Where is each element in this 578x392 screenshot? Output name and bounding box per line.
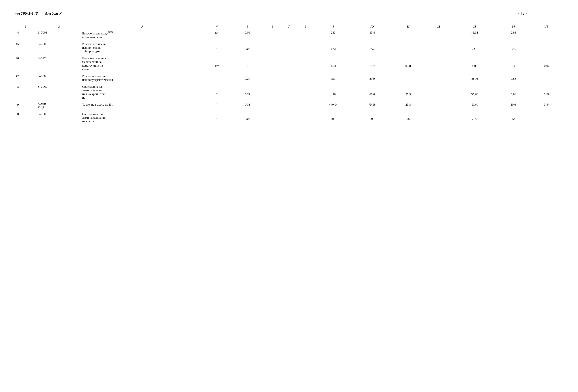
row-col7 (281, 30, 297, 40)
row-col13: I8,64 (453, 30, 497, 40)
row-col15: – (530, 40, 563, 54)
table-row: 45. 8–7006 Розетка штепсель-ная при откр… (15, 40, 563, 54)
row-unit: шт (203, 30, 231, 40)
table-row: 49. 8–7OI7K=I,I То же, на высоте до I5м … (15, 100, 563, 110)
col-header-13: I3 (453, 23, 497, 30)
table-row: 44. 8–7003 Выключатель полу-IOOгерметиче… (15, 30, 563, 40)
row-col5: 0,I4 (231, 100, 264, 110)
row-code: 8–7003 (37, 30, 81, 40)
row-col14: 0,49 (497, 40, 530, 54)
row-col10: 75,68 (353, 100, 392, 110)
row-col13: 7,72 (453, 110, 497, 125)
album-label: Альбом У (45, 11, 62, 16)
row-col6 (264, 40, 281, 54)
row-col8 (297, 100, 314, 110)
row-col8 (297, 72, 314, 82)
row-desc: Выключатель полу-IOOгерметический (81, 30, 203, 40)
main-table: I 2 3 4 5 6 7 8 9 IO II I2 I3 I4 I5 44. … (15, 23, 563, 125)
row-code: 8–700 (37, 72, 81, 82)
row-col6 (264, 100, 281, 110)
row-col7 (281, 110, 297, 125)
row-col6 (264, 30, 281, 40)
row-desc: Светильник дляламп накаливанияна крюке (81, 110, 203, 125)
row-col9: I59 (314, 72, 353, 82)
row-unit: " (203, 110, 231, 125)
row-col8 (297, 110, 314, 125)
row-col11: – (392, 30, 425, 40)
row-col11: 25 (392, 110, 425, 125)
row-col11: 25,3 (392, 100, 425, 110)
row-col9: I93 (314, 110, 353, 125)
row-col9: 440,04 (314, 100, 353, 110)
row-num: 48. (15, 82, 37, 100)
row-code: 8–7OI7 (37, 82, 81, 100)
row-col5: 0,04 (231, 110, 264, 125)
row-code: 8–597I (37, 54, 81, 72)
col-header-8: 8 (297, 23, 314, 30)
row-desc: Розетка штепсель-ная при откры-той прово… (81, 40, 203, 54)
row-col12 (425, 40, 453, 54)
col-header-3: 3 (81, 23, 203, 30)
row-col15: 3,54 (530, 100, 563, 110)
table-row: 47. 8–700 Розеткаштепсель-ная полугермет… (15, 72, 563, 82)
row-col9: 233 (314, 30, 353, 40)
row-code: 8–7OI7K=I,I (37, 100, 81, 110)
row-desc: То же, на высоте до I5м (81, 100, 203, 110)
col-header-15: I5 (530, 23, 563, 30)
row-col10: 68,8 (353, 82, 392, 100)
row-col11: 0,OI (392, 54, 425, 72)
row-col11: – (392, 40, 425, 54)
table-row: 46. 8–597I Выключатель гер-метический на… (15, 54, 563, 72)
col-header-4: 4 (203, 23, 231, 30)
page-header: тп 705-1-148 Альбом У - 73 - (15, 11, 563, 16)
row-col15: 0,02 (530, 54, 563, 72)
row-num: 46. (15, 54, 37, 72)
row-col8 (297, 82, 314, 100)
row-col7 (281, 54, 297, 72)
row-col15: – (530, 30, 563, 40)
row-col6 (264, 72, 281, 82)
page-number: - 73 - (518, 11, 527, 16)
row-num: 44. (15, 30, 37, 40)
row-col9: 428 (314, 82, 353, 100)
row-col5: 2 (231, 54, 264, 72)
row-unit: шт (203, 54, 231, 72)
row-col8 (297, 40, 314, 54)
row-col13: 38,I6 (453, 72, 497, 82)
row-col13: 55,64 (453, 82, 497, 100)
col-header-5: 5 (231, 23, 264, 30)
row-col14: I0,6 (497, 100, 530, 110)
row-desc: Выключатель гер-метический наконструкции… (81, 54, 203, 72)
row-col12 (425, 110, 453, 125)
row-col12 (425, 30, 453, 40)
row-col15: I (530, 110, 563, 125)
col-header-10: IO (353, 23, 392, 30)
row-col11: – (392, 72, 425, 82)
row-col5: 0,08 (231, 30, 264, 40)
row-unit: " (203, 72, 231, 82)
row-col14: 2,83 (497, 30, 530, 40)
row-col8 (297, 30, 314, 40)
table-row: 50. 8–7OI5 Светильник дляламп накаливани… (15, 110, 563, 125)
row-code: 8–7006 (37, 40, 81, 54)
row-col6 (264, 54, 281, 72)
row-col7 (281, 100, 297, 110)
row-col6 (264, 82, 281, 100)
row-num: 47. (15, 72, 37, 82)
col-header-7: 7 (281, 23, 297, 30)
row-col12 (425, 72, 453, 82)
row-desc: Розеткаштепсель-ная полугерметическая (81, 72, 203, 82)
row-col12 (425, 100, 453, 110)
col-header-1: I (15, 23, 37, 30)
row-col14: 2,8 (497, 110, 530, 125)
row-col10: 70,I (353, 110, 392, 125)
row-col11: 25,3 (392, 82, 425, 100)
row-col12 (425, 54, 453, 72)
row-col13: 6I,6I (453, 100, 497, 110)
row-num: 50. (15, 110, 37, 125)
row-col10: 35,4 (353, 30, 392, 40)
col-header-11: II (392, 23, 425, 30)
doc-ref: тп 705-1-148 (15, 11, 38, 16)
row-col8 (297, 54, 314, 72)
col-header-2: 2 (37, 23, 81, 30)
